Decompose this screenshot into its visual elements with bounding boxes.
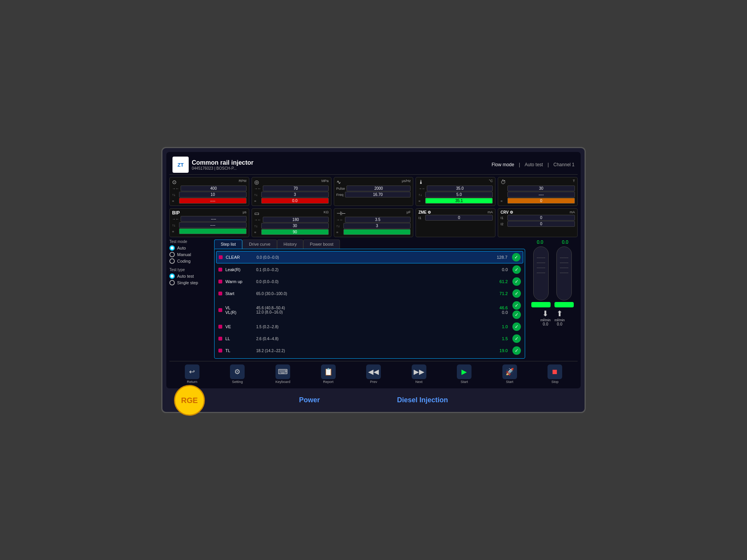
radio-autotest[interactable]: Auto test: [169, 273, 212, 279]
radio-manual-label: Manual: [177, 252, 191, 257]
tab-drive-curve[interactable]: Drive curve: [242, 240, 277, 249]
stop-button[interactable]: ⏹ Stop: [545, 364, 564, 385]
step-value-ve: 1.0: [485, 324, 508, 329]
step-indicator-vl: [218, 308, 222, 312]
prev-button[interactable]: ◀◀ Prev: [364, 364, 383, 385]
start-label-2: Start: [506, 380, 513, 384]
rpm-input-1[interactable]: [181, 186, 247, 191]
timer-input-1[interactable]: [507, 186, 575, 191]
tabs: Step list Drive curve History Power boos…: [214, 240, 525, 249]
step-indicator-warmup: [218, 280, 222, 283]
step-check-start: ✓: [512, 289, 521, 298]
keyboard-icon: ⌨: [275, 364, 290, 379]
injector-right-icon: ⬆: [554, 309, 565, 318]
header-right: Flow mode | Auto test | Channel 1: [492, 162, 575, 167]
start-label-1: Start: [461, 380, 468, 384]
next-button[interactable]: ▶▶ Next: [409, 364, 429, 385]
step-list: CLEAR 0.0 (0.0--0.0) 128.7 ✓ Leak(R) 0.1…: [214, 249, 525, 359]
mpa-result: [261, 198, 329, 204]
meter-left-base: [531, 302, 551, 307]
step-indicator-clear: [219, 255, 223, 259]
report-button[interactable]: 📋 Report: [319, 364, 338, 385]
logo: ZT: [172, 157, 189, 173]
step-row-leak[interactable]: Leak(R) 0.1 (0.0--0.2) 0.0 ✓: [216, 264, 523, 275]
radio-auto[interactable]: Auto: [169, 245, 212, 251]
step-row-tl[interactable]: TL 18.2 (14.2--22.2) 19.0 ✓: [216, 345, 523, 356]
step-range-ll: 2.6 (0.4--4.8): [256, 337, 485, 341]
step-name-warmup: Warm up: [225, 279, 256, 284]
bip-gauge: BIP μs →← ↑↓ =: [169, 208, 249, 237]
test-mode-title: Test mode: [169, 240, 212, 244]
radio-singlestep[interactable]: Single step: [169, 280, 212, 285]
return-button[interactable]: ↩ Return: [183, 364, 202, 385]
step-name-tl: TL: [225, 348, 256, 353]
cap-result: [343, 229, 411, 235]
header: ZT Common rail injector 0445176023 | BOS…: [169, 155, 578, 175]
warning-badge: RGE: [174, 385, 205, 416]
freq-input[interactable]: [345, 192, 411, 197]
step-row-start[interactable]: Start 65.0 (30.0--100.0) 71.2 ✓: [216, 288, 523, 299]
start-button-2[interactable]: 🚀 Start: [500, 364, 519, 385]
step-value-vl: 46.60.0: [485, 305, 508, 315]
step-row-ll[interactable]: LL 2.6 (0.4--4.8) 1.5 ✓: [216, 333, 523, 344]
pulse-input[interactable]: [346, 186, 411, 191]
step-row-clear[interactable]: CLEAR 0.0 (0.0--0.0) 128.7 ✓: [216, 251, 523, 263]
report-label: Report: [323, 380, 333, 384]
meter-left-val: 0.0: [541, 322, 551, 326]
radio-singlestep-circle: [169, 280, 175, 285]
radio-coding-label: Coding: [177, 259, 191, 263]
step-indicator-tl: [218, 349, 222, 353]
injector-left-icon: ⬇: [541, 309, 551, 318]
step-value-start: 71.2: [485, 291, 508, 296]
tab-step-list[interactable]: Step list: [214, 240, 242, 249]
step-indicator-ve: [218, 325, 222, 329]
step-value-tl: 19.0: [485, 348, 508, 353]
rpm-input-2[interactable]: [179, 192, 247, 197]
step-value-clear: 128.7: [484, 255, 507, 260]
meter-right-val: 0.0: [554, 322, 565, 326]
start-icon-2: 🚀: [502, 364, 517, 379]
meter-left-top: 0.0: [537, 240, 543, 245]
app-title: Common rail injector: [192, 159, 254, 166]
step-check-vl: ✓: [512, 301, 521, 310]
test-type-section: Test type Auto test Single step: [169, 268, 212, 285]
res-input-1[interactable]: [263, 217, 329, 223]
setting-button[interactable]: ⚙ Setting: [228, 364, 247, 385]
cap-input-1[interactable]: [345, 217, 411, 223]
temp-gauge: 🌡 °C →← ↑↓ =: [416, 177, 495, 206]
step-row-vl[interactable]: VLVL(R) 45.6 (40.8--50.4)12.0 (8.0--16.0…: [216, 300, 523, 320]
radio-autotest-label: Auto test: [177, 274, 194, 278]
mpa-input-1[interactable]: [263, 186, 329, 191]
temp-input-2[interactable]: [425, 192, 493, 197]
bip-result: [179, 228, 247, 234]
left-sidebar: Test mode Auto Manual Coding Te: [169, 240, 212, 359]
step-name-ve: VE: [225, 324, 256, 329]
step-row-warmup[interactable]: Warm up 0.0 (0.0--0.0) 61.2 ✓: [216, 276, 523, 287]
temp-icon: 🌡: [418, 179, 424, 185]
tab-history[interactable]: History: [277, 240, 303, 249]
gauges-row-2: BIP μs →← ↑↓ = ▭ KΩ →← ↑↓ = ⊣⊢: [169, 208, 578, 237]
meter-left-col: [531, 246, 551, 307]
gauges-row-1: ⊙ RPM →← ↑↓ = ◎ MPa →← ↑↓ = ∿: [169, 177, 578, 206]
return-icon: ↩: [185, 364, 199, 379]
radio-manual[interactable]: Manual: [169, 252, 212, 257]
step-check-clear: ✓: [512, 253, 521, 261]
prev-icon: ◀◀: [366, 364, 381, 379]
step-range-warmup: 0.0 (0.0--0.0): [256, 280, 485, 284]
temp-input-1[interactable]: [427, 186, 493, 191]
res-input-2[interactable]: [261, 223, 329, 229]
bip-input-2: [179, 222, 247, 228]
mpa-input-2[interactable]: [261, 192, 329, 197]
radio-manual-circle: [169, 252, 175, 257]
tab-power-boost[interactable]: Power boost: [303, 240, 340, 249]
keyboard-button[interactable]: ⌨ Keyboard: [273, 364, 293, 385]
resistance-icon: ▭: [254, 210, 259, 216]
crv-gauge: CRV ⚙ mA I1 I2: [498, 208, 578, 237]
step-range-start: 65.0 (30.0--100.0): [256, 292, 485, 296]
cap-input-2[interactable]: [343, 223, 411, 229]
radio-coding[interactable]: Coding: [169, 258, 212, 264]
step-range-tl: 18.2 (14.2--22.2): [256, 349, 485, 353]
start-button-1[interactable]: ▶ Start: [455, 364, 474, 385]
step-row-ve[interactable]: VE 1.5 (0.2--2.8) 1.0 ✓: [216, 321, 523, 332]
step-name-start: Start: [225, 291, 256, 296]
